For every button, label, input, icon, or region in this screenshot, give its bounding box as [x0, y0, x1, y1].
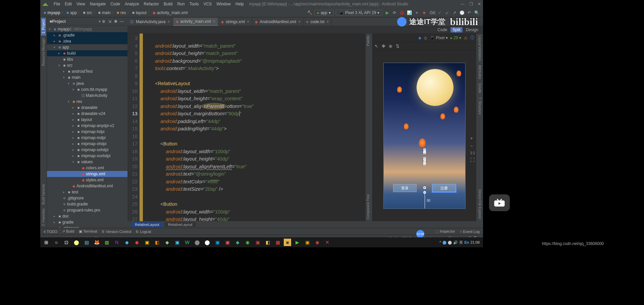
- api-dropdown[interactable]: ▸ 29 ▾: [450, 36, 461, 40]
- zoom-icon[interactable]: ⛶: [470, 158, 475, 163]
- gradle-button[interactable]: Gradle: [477, 81, 482, 95]
- tree-item[interactable]: ▸■ layout: [47, 117, 127, 123]
- tree-item[interactable]: ◆ AndroidManifest.xml: [47, 183, 127, 189]
- tree-item[interactable]: ▸■ mipmap-anydpi-v2: [47, 123, 127, 129]
- breadcrumb[interactable]: ■src: [82, 10, 93, 15]
- tree-item[interactable]: ▾■ res: [47, 99, 127, 105]
- tree-item[interactable]: ▸■ test: [47, 189, 127, 195]
- tree-item[interactable]: ▸■ build: [47, 50, 127, 56]
- split-view-button[interactable]: Split: [450, 27, 462, 33]
- vcs-menu[interactable]: VCS: [202, 1, 214, 7]
- app-icon[interactable]: ▣: [143, 238, 151, 246]
- locate-icon[interactable]: ⊕: [101, 19, 107, 24]
- code-editor[interactable]: 3456789101112131415161718192021222324252…: [127, 34, 366, 221]
- device-dropdown[interactable]: 📱Pixel 3 XL API 29 ▾: [336, 10, 382, 16]
- editor-tab[interactable]: ◆activity_main.xml×: [173, 18, 218, 26]
- tree-item[interactable]: ▸■ gradle: [47, 219, 127, 225]
- app-icon[interactable]: 🦊: [93, 238, 101, 246]
- navigate-menu[interactable]: Navigate: [88, 1, 108, 7]
- tree-item[interactable]: ◆ styles.xml: [47, 177, 127, 183]
- breadcrumb-item[interactable]: RelativeLayout: [131, 222, 163, 227]
- device-file-explorer-button[interactable]: Device File Explorer: [477, 187, 482, 221]
- app-icon[interactable]: ⬤: [203, 238, 211, 246]
- app-icon[interactable]: ▣: [173, 238, 181, 246]
- build-variants-tool-button[interactable]: Build Variants: [41, 182, 46, 206]
- stop-icon[interactable]: ■: [421, 9, 427, 16]
- todo-button[interactable]: ≡ TODO: [44, 230, 57, 234]
- search-icon[interactable]: 🔍: [473, 9, 480, 16]
- search-icon[interactable]: ○: [52, 238, 60, 246]
- app-icon[interactable]: ▦: [274, 238, 282, 246]
- terminal-button[interactable]: ▣ Terminal: [79, 229, 97, 234]
- select-icon[interactable]: ↖: [375, 44, 378, 49]
- bilibili-overlay-icon[interactable]: [489, 194, 510, 211]
- apply-changes-icon[interactable]: ⟳: [391, 9, 398, 16]
- tree-item[interactable]: ▸■ drawable: [47, 105, 127, 111]
- tree-item[interactable]: ▾■ main: [47, 74, 127, 80]
- expand-icon[interactable]: ⇲: [107, 19, 113, 24]
- tools-menu[interactable]: Tools: [187, 1, 201, 7]
- tray-icon[interactable]: ⬤: [448, 240, 452, 245]
- code-view-button[interactable]: Code: [436, 27, 449, 33]
- editor-tab[interactable]: ◆AndroidManifest.xml×: [252, 18, 304, 26]
- app-icon[interactable]: ▶: [293, 238, 301, 246]
- build-icon[interactable]: 🔨: [306, 9, 313, 16]
- warning-icon[interactable]: ⚠: [464, 36, 468, 40]
- editor-tab[interactable]: ≡code.txt×: [304, 18, 332, 26]
- breadcrumb[interactable]: ■res: [116, 10, 127, 15]
- tree-item[interactable]: ▾■ com.ttit.myapp: [47, 86, 127, 93]
- build-button[interactable]: ↗ Build: [62, 229, 74, 234]
- profile-icon[interactable]: 📊: [406, 9, 413, 16]
- project-tool-button[interactable]: 1: Project: [41, 17, 46, 36]
- tree-item[interactable]: ▾■ src: [47, 62, 127, 68]
- tree-item[interactable]: ▸■ drawable-v24: [47, 111, 127, 117]
- edit-menu[interactable]: Edit: [63, 1, 74, 7]
- tree-item[interactable]: ≡ .gitignore: [47, 195, 127, 201]
- zoom-fit-icon[interactable]: 1:1: [470, 151, 475, 155]
- tree-item[interactable]: ▸■ mipmap-xxxhdpi: [47, 153, 127, 159]
- app-icon[interactable]: ◆: [163, 238, 171, 246]
- tree-item[interactable]: ▸■ androidTest: [47, 68, 127, 74]
- breadcrumb-root[interactable]: ■myapp: [43, 10, 61, 15]
- app-icon[interactable]: ⬤: [72, 238, 80, 246]
- git-commit-icon[interactable]: ↙: [444, 9, 450, 16]
- tree-item[interactable]: ▸■ mipmap-mdpi: [47, 135, 127, 141]
- help-menu[interactable]: Help: [233, 1, 246, 7]
- tree-item[interactable]: ▸■ doc: [47, 213, 127, 219]
- tree-item[interactable]: Ⓒ MainActivity: [47, 93, 127, 99]
- logcat-button[interactable]: 6: Logcat: [136, 230, 151, 234]
- close-tab-icon[interactable]: ×: [298, 19, 301, 24]
- attach-icon[interactable]: ⌖: [413, 9, 420, 16]
- layout-inspector-button[interactable]: ⬚ Inspector: [435, 229, 455, 234]
- resource-manager-tool-button[interactable]: Resource Manager: [41, 36, 46, 68]
- rotate-icon[interactable]: ⇅: [396, 44, 399, 49]
- git-push-icon[interactable]: ↗: [451, 9, 458, 16]
- line-gutter[interactable]: 3456789101112131415161718192021222324252…: [127, 34, 140, 221]
- editor-tab[interactable]: ⒸMainActivity.java×: [127, 18, 173, 26]
- tree-item[interactable]: ◆ colors.xml: [47, 165, 127, 171]
- app-icon[interactable]: ◆: [123, 238, 131, 246]
- device-dropdown[interactable]: 📱 Pixel ▾: [430, 36, 448, 40]
- window-menu[interactable]: Window: [214, 1, 233, 7]
- maximize-icon[interactable]: ❐: [469, 2, 473, 6]
- run-config-dropdown[interactable]: ▸app ▾: [314, 10, 334, 16]
- start-icon[interactable]: ⊞: [42, 238, 50, 246]
- minimize-icon[interactable]: —: [461, 2, 465, 6]
- git-update-icon[interactable]: ✓: [436, 9, 443, 16]
- breadcrumb[interactable]: ■app: [66, 10, 77, 15]
- breadcrumb-file[interactable]: ◆activity_main.xml: [152, 10, 188, 15]
- app-icon[interactable]: W: [183, 238, 191, 246]
- project-tree[interactable]: ▾■ myapp E:\ttit\myapp▸■ .gradle▸■ .idea…: [47, 25, 127, 228]
- structure-button[interactable]: 7: Structure: [477, 95, 482, 117]
- tree-item[interactable]: ▾■ java: [47, 80, 127, 86]
- tree-item[interactable]: ▸■ mipmap-xxhdpi: [47, 147, 127, 153]
- favorites-tool-button[interactable]: 2: Favorites: [41, 206, 46, 228]
- app-icon[interactable]: ✕: [323, 238, 331, 246]
- close-tab-icon[interactable]: ×: [247, 19, 249, 24]
- run-menu[interactable]: Run: [175, 1, 187, 7]
- close-tab-icon[interactable]: ×: [167, 19, 170, 24]
- tree-item[interactable]: ▸■ .idea: [47, 38, 127, 44]
- git-history-icon[interactable]: 🕐: [459, 9, 465, 16]
- tray-icon[interactable]: ^: [439, 240, 441, 244]
- app-icon[interactable]: ⬤: [193, 238, 201, 246]
